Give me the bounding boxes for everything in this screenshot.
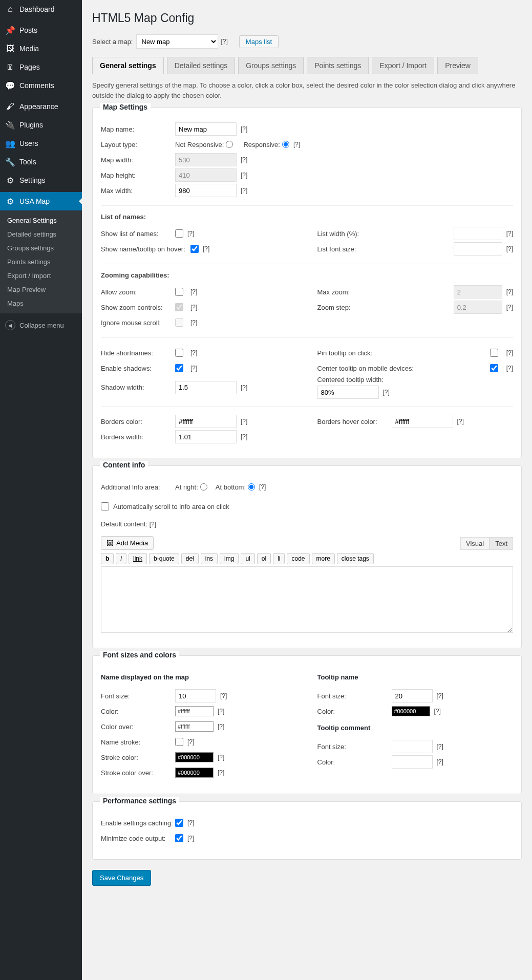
text-tab[interactable]: Text	[490, 537, 513, 550]
show-zoom-controls-checkbox[interactable]	[175, 303, 183, 311]
tooltip-color-swatch[interactable]: #000000	[392, 706, 430, 716]
borders-width-input[interactable]	[175, 430, 237, 443]
editor-img-button[interactable]: img	[220, 553, 239, 564]
sidebar-item-users[interactable]: 👥Users	[0, 134, 82, 153]
max-width-input[interactable]	[175, 184, 237, 197]
editor-b-button[interactable]: b	[101, 553, 114, 564]
pin-tooltip-checkbox[interactable]	[490, 349, 498, 357]
help-icon[interactable]: [?]	[203, 245, 209, 252]
editor-del-button[interactable]: del	[181, 553, 199, 564]
submenu-points-settings[interactable]: Points settings	[0, 255, 82, 269]
borders-color-input[interactable]	[175, 415, 237, 428]
centered-width-input[interactable]	[317, 386, 379, 399]
at-right-radio[interactable]: At right:	[175, 483, 207, 491]
help-icon[interactable]: [?]	[506, 288, 513, 295]
tab-general-settings[interactable]: General settings	[92, 57, 164, 74]
help-icon[interactable]: [?]	[241, 125, 247, 133]
comment-font-input[interactable]	[392, 740, 433, 753]
help-icon[interactable]: [?]	[437, 692, 443, 699]
sidebar-item-dashboard[interactable]: ⌂Dashboard	[0, 0, 82, 18]
help-icon[interactable]: [?]	[221, 38, 228, 45]
allow-zoom-checkbox[interactable]	[175, 288, 183, 296]
save-button[interactable]: Save Changes	[92, 870, 151, 886]
collapse-menu[interactable]: ◀Collapse menu	[0, 316, 82, 334]
auto-scroll-checkbox[interactable]	[101, 502, 109, 510]
stroke-color-swatch[interactable]: #000000	[175, 752, 214, 762]
help-icon[interactable]: [?]	[457, 418, 464, 425]
visual-tab[interactable]: Visual	[460, 537, 490, 550]
stroke-color-over-swatch[interactable]: #000000	[175, 768, 214, 778]
map-width-input[interactable]	[175, 153, 237, 166]
help-icon[interactable]: [?]	[437, 743, 443, 750]
help-icon[interactable]: [?]	[220, 692, 227, 699]
sidebar-item-settings[interactable]: ⚙Settings	[0, 171, 82, 189]
editor-ol-button[interactable]: ol	[257, 553, 271, 564]
help-icon[interactable]: [?]	[190, 288, 197, 295]
show-name-tooltip-checkbox[interactable]	[190, 245, 199, 253]
sidebar-item-comments[interactable]: 💬Comments	[0, 76, 82, 95]
help-icon[interactable]: [?]	[218, 708, 224, 715]
help-icon[interactable]: [?]	[241, 433, 247, 440]
help-icon[interactable]: [?]	[383, 389, 390, 396]
name-color-swatch[interactable]: #ffffff	[175, 706, 214, 716]
help-icon[interactable]: [?]	[150, 521, 156, 528]
help-icon[interactable]: [?]	[259, 483, 266, 491]
hide-shortnames-checkbox[interactable]	[175, 349, 183, 357]
help-icon[interactable]: [?]	[506, 349, 513, 356]
submenu-detailed-settings[interactable]: Detailed settings	[0, 227, 82, 241]
submenu-groups-settings[interactable]: Groups settings	[0, 241, 82, 255]
show-list-checkbox[interactable]	[175, 229, 183, 238]
tab-export-import[interactable]: Export / Import	[372, 57, 434, 74]
map-select[interactable]: New map	[136, 34, 218, 49]
name-color-over-swatch[interactable]: #ffffff	[175, 721, 214, 732]
help-icon[interactable]: [?]	[187, 819, 194, 826]
editor-close-tags-button[interactable]: close tags	[337, 553, 374, 564]
sidebar-item-usa-map[interactable]: ⚙USA Map	[0, 192, 82, 210]
help-icon[interactable]: [?]	[218, 754, 224, 761]
max-zoom-input[interactable]	[454, 285, 502, 299]
zoom-step-input[interactable]	[454, 301, 502, 314]
help-icon[interactable]: [?]	[187, 230, 194, 237]
list-width-input[interactable]	[454, 227, 502, 240]
submenu-export-import[interactable]: Export / Import	[0, 269, 82, 283]
sidebar-item-appearance[interactable]: 🖌Appearance	[0, 97, 82, 116]
tab-detailed-settings[interactable]: Detailed settings	[167, 57, 236, 74]
ignore-scroll-checkbox[interactable]	[175, 318, 183, 327]
help-icon[interactable]: [?]	[506, 365, 513, 372]
editor-link-button[interactable]: link	[129, 553, 147, 564]
editor-code-button[interactable]: code	[287, 553, 309, 564]
minimize-checkbox[interactable]	[175, 834, 183, 842]
editor-ins-button[interactable]: ins	[201, 553, 218, 564]
help-icon[interactable]: [?]	[434, 708, 441, 715]
add-media-button[interactable]: 🖼Add Media	[101, 536, 154, 550]
responsive-radio[interactable]: Responsive:	[243, 141, 289, 148]
help-icon[interactable]: [?]	[437, 758, 443, 765]
borders-hover-input[interactable]	[392, 415, 453, 428]
help-icon[interactable]: [?]	[506, 230, 513, 237]
help-icon[interactable]: [?]	[187, 835, 194, 842]
center-tooltip-checkbox[interactable]	[490, 364, 498, 372]
comment-color-input[interactable]	[392, 755, 433, 769]
editor-ul-button[interactable]: ul	[241, 553, 254, 564]
help-icon[interactable]: [?]	[190, 349, 197, 356]
editor-bquote-button[interactable]: b-quote	[149, 553, 179, 564]
submenu-map-preview[interactable]: Map Preview	[0, 283, 82, 296]
help-icon[interactable]: [?]	[190, 304, 197, 311]
sidebar-item-media[interactable]: 🖼Media	[0, 39, 82, 58]
list-font-input[interactable]	[454, 242, 502, 255]
at-bottom-radio[interactable]: At bottom:	[216, 483, 255, 491]
name-font-input[interactable]	[175, 689, 216, 702]
sidebar-item-posts[interactable]: 📌Posts	[0, 21, 82, 39]
shadow-width-input[interactable]	[175, 381, 237, 394]
help-icon[interactable]: [?]	[241, 172, 247, 179]
sidebar-item-plugins[interactable]: 🔌Plugins	[0, 116, 82, 134]
sidebar-item-tools[interactable]: 🔧Tools	[0, 153, 82, 171]
tab-preview[interactable]: Preview	[437, 57, 478, 74]
help-icon[interactable]: [?]	[190, 319, 197, 326]
help-icon[interactable]: [?]	[506, 245, 513, 252]
submenu-general-settings[interactable]: General Settings	[0, 214, 82, 227]
not-responsive-radio[interactable]: Not Responsive:	[175, 141, 233, 148]
tab-points-settings[interactable]: Points settings	[307, 57, 369, 74]
sidebar-item-pages[interactable]: 🗎Pages	[0, 58, 82, 76]
editor-li-button[interactable]: li	[273, 553, 285, 564]
